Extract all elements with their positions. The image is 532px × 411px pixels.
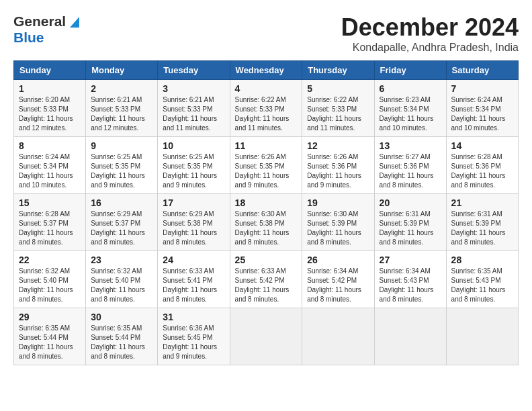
day-number: 10 [163,140,224,151]
calendar-day-cell: 25Sunrise: 6:33 AM Sunset: 5:42 PM Dayli… [230,251,302,308]
day-info: Sunrise: 6:34 AM Sunset: 5:42 PM Dayligh… [307,267,361,303]
weekday-header-tuesday: Tuesday [158,61,230,80]
day-info: Sunrise: 6:25 AM Sunset: 5:35 PM Dayligh… [91,153,145,189]
day-info: Sunrise: 6:26 AM Sunset: 5:36 PM Dayligh… [307,153,361,189]
calendar-day-cell: 30Sunrise: 6:35 AM Sunset: 5:44 PM Dayli… [86,308,158,365]
calendar-day-cell: 21Sunrise: 6:31 AM Sunset: 5:39 PM Dayli… [446,194,518,251]
day-number: 18 [235,197,298,208]
day-number: 14 [451,140,513,151]
calendar-day-cell: 4Sunrise: 6:22 AM Sunset: 5:33 PM Daylig… [230,80,302,137]
day-info: Sunrise: 6:30 AM Sunset: 5:39 PM Dayligh… [307,210,361,246]
day-info: Sunrise: 6:36 AM Sunset: 5:45 PM Dayligh… [163,324,217,360]
logo-blue-text: Blue [13,30,44,45]
day-number: 19 [307,197,369,208]
calendar-day-cell: 28Sunrise: 6:35 AM Sunset: 5:43 PM Dayli… [446,251,518,308]
day-number: 16 [91,197,152,208]
calendar-day-cell: 1Sunrise: 6:20 AM Sunset: 5:33 PM Daylig… [14,80,86,137]
day-number: 20 [380,197,441,208]
calendar-day-cell: 22Sunrise: 6:32 AM Sunset: 5:40 PM Dayli… [14,251,86,308]
calendar-week-row: 22Sunrise: 6:32 AM Sunset: 5:40 PM Dayli… [14,251,519,308]
location-subtitle: Kondapalle, Andhra Pradesh, India [341,42,519,54]
empty-day-cell [302,308,374,365]
day-number: 9 [91,140,152,151]
day-info: Sunrise: 6:29 AM Sunset: 5:37 PM Dayligh… [91,210,145,246]
day-info: Sunrise: 6:26 AM Sunset: 5:35 PM Dayligh… [235,153,290,189]
day-number: 12 [307,140,369,151]
logo: General Blue [13,13,82,46]
calendar-day-cell: 10Sunrise: 6:25 AM Sunset: 5:35 PM Dayli… [158,137,230,194]
day-info: Sunrise: 6:32 AM Sunset: 5:40 PM Dayligh… [91,267,145,303]
day-number: 26 [307,255,369,265]
calendar-day-cell: 16Sunrise: 6:29 AM Sunset: 5:37 PM Dayli… [86,194,158,251]
day-info: Sunrise: 6:35 AM Sunset: 5:44 PM Dayligh… [19,324,73,360]
weekday-header-thursday: Thursday [302,61,374,80]
day-number: 23 [91,255,152,265]
calendar-day-cell: 6Sunrise: 6:23 AM Sunset: 5:34 PM Daylig… [374,80,446,137]
day-number: 22 [19,255,81,265]
weekday-header-sunday: Sunday [14,61,86,80]
day-number: 11 [235,140,298,151]
calendar-day-cell: 13Sunrise: 6:27 AM Sunset: 5:36 PM Dayli… [374,137,446,194]
day-info: Sunrise: 6:21 AM Sunset: 5:33 PM Dayligh… [163,96,217,132]
day-number: 6 [380,83,441,94]
day-number: 29 [19,312,81,322]
day-info: Sunrise: 6:34 AM Sunset: 5:43 PM Dayligh… [380,267,434,303]
day-number: 27 [380,255,441,265]
day-info: Sunrise: 6:22 AM Sunset: 5:33 PM Dayligh… [235,96,290,132]
calendar-week-row: 1Sunrise: 6:20 AM Sunset: 5:33 PM Daylig… [14,80,519,137]
calendar-day-cell: 5Sunrise: 6:22 AM Sunset: 5:33 PM Daylig… [302,80,374,137]
day-number: 28 [451,255,513,265]
calendar-day-cell: 24Sunrise: 6:33 AM Sunset: 5:41 PM Dayli… [158,251,230,308]
day-info: Sunrise: 6:35 AM Sunset: 5:44 PM Dayligh… [91,324,145,360]
day-info: Sunrise: 6:31 AM Sunset: 5:39 PM Dayligh… [451,210,506,246]
day-info: Sunrise: 6:35 AM Sunset: 5:43 PM Dayligh… [451,267,506,303]
day-info: Sunrise: 6:22 AM Sunset: 5:33 PM Dayligh… [307,96,361,132]
day-info: Sunrise: 6:24 AM Sunset: 5:34 PM Dayligh… [451,96,506,132]
day-number: 7 [451,83,513,94]
day-number: 1 [19,83,81,94]
day-number: 15 [19,197,81,208]
day-info: Sunrise: 6:28 AM Sunset: 5:36 PM Dayligh… [451,153,506,189]
day-info: Sunrise: 6:30 AM Sunset: 5:38 PM Dayligh… [235,210,290,246]
day-number: 8 [19,140,81,151]
calendar-week-row: 15Sunrise: 6:28 AM Sunset: 5:37 PM Dayli… [14,194,519,251]
calendar-table: SundayMondayTuesdayWednesdayThursdayFrid… [13,60,519,365]
day-info: Sunrise: 6:29 AM Sunset: 5:38 PM Dayligh… [163,210,217,246]
calendar-day-cell: 8Sunrise: 6:24 AM Sunset: 5:34 PM Daylig… [14,137,86,194]
svg-marker-0 [70,17,79,28]
day-info: Sunrise: 6:28 AM Sunset: 5:37 PM Dayligh… [19,210,73,246]
day-number: 4 [235,83,298,94]
day-info: Sunrise: 6:32 AM Sunset: 5:40 PM Dayligh… [19,267,73,303]
calendar-week-row: 29Sunrise: 6:35 AM Sunset: 5:44 PM Dayli… [14,308,519,365]
day-info: Sunrise: 6:20 AM Sunset: 5:33 PM Dayligh… [19,96,73,132]
calendar-day-cell: 23Sunrise: 6:32 AM Sunset: 5:40 PM Dayli… [86,251,158,308]
calendar-header-row: SundayMondayTuesdayWednesdayThursdayFrid… [14,61,519,80]
calendar-day-cell: 7Sunrise: 6:24 AM Sunset: 5:34 PM Daylig… [446,80,518,137]
logo-general-text: General [13,13,66,30]
empty-day-cell [446,308,518,365]
calendar-day-cell: 2Sunrise: 6:21 AM Sunset: 5:33 PM Daylig… [86,80,158,137]
day-number: 21 [451,197,513,208]
calendar-day-cell: 11Sunrise: 6:26 AM Sunset: 5:35 PM Dayli… [230,137,302,194]
day-number: 17 [163,197,224,208]
logo-icon [67,14,82,29]
title-area: December 2024 Kondapalle, Andhra Pradesh… [341,13,519,54]
page-header: General Blue December 2024 Kondapalle, A… [13,13,519,54]
day-info: Sunrise: 6:24 AM Sunset: 5:34 PM Dayligh… [19,153,73,189]
calendar-day-cell: 29Sunrise: 6:35 AM Sunset: 5:44 PM Dayli… [14,308,86,365]
calendar-day-cell: 18Sunrise: 6:30 AM Sunset: 5:38 PM Dayli… [230,194,302,251]
calendar-day-cell: 27Sunrise: 6:34 AM Sunset: 5:43 PM Dayli… [374,251,446,308]
empty-day-cell [230,308,302,365]
day-number: 25 [235,255,298,265]
day-number: 13 [380,140,441,151]
day-number: 24 [163,255,224,265]
day-info: Sunrise: 6:25 AM Sunset: 5:35 PM Dayligh… [163,153,217,189]
calendar-week-row: 8Sunrise: 6:24 AM Sunset: 5:34 PM Daylig… [14,137,519,194]
day-info: Sunrise: 6:21 AM Sunset: 5:33 PM Dayligh… [91,96,145,132]
calendar-day-cell: 3Sunrise: 6:21 AM Sunset: 5:33 PM Daylig… [158,80,230,137]
day-number: 31 [163,312,224,322]
calendar-day-cell: 15Sunrise: 6:28 AM Sunset: 5:37 PM Dayli… [14,194,86,251]
calendar-day-cell: 19Sunrise: 6:30 AM Sunset: 5:39 PM Dayli… [302,194,374,251]
weekday-header-saturday: Saturday [446,61,518,80]
day-info: Sunrise: 6:31 AM Sunset: 5:39 PM Dayligh… [380,210,434,246]
